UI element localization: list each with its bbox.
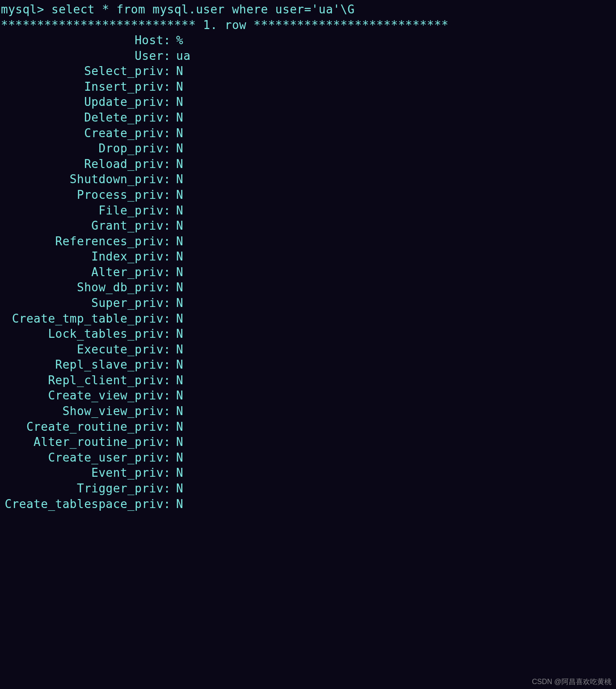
- field-value: N: [171, 126, 183, 141]
- field-row: Create_tablespace_priv:N: [1, 496, 615, 512]
- field-name: Insert_priv:: [1, 79, 171, 95]
- field-value: N: [171, 388, 183, 403]
- field-row: Repl_slave_priv:N: [1, 357, 615, 373]
- field-row: Shutdown_priv:N: [1, 172, 615, 187]
- field-row: Show_view_priv:N: [1, 403, 615, 419]
- field-value: N: [171, 79, 183, 95]
- field-name: Create_priv:: [1, 126, 171, 141]
- field-name: Create_user_priv:: [1, 450, 171, 466]
- field-value: N: [171, 311, 183, 327]
- watermark: CSDN @阿昌喜欢吃黄桃: [532, 677, 612, 686]
- field-name: Super_priv:: [1, 295, 171, 311]
- field-name: Show_view_priv:: [1, 403, 171, 419]
- field-value: N: [171, 265, 183, 280]
- field-value: N: [171, 203, 183, 218]
- field-name: Create_tmp_table_priv:: [1, 311, 171, 327]
- field-name: Event_priv:: [1, 465, 171, 481]
- mysql-prompt: mysql>: [1, 3, 51, 16]
- field-row: Delete_priv:N: [1, 110, 615, 126]
- field-name: Select_priv:: [1, 63, 171, 79]
- field-name: Lock_tables_priv:: [1, 326, 171, 342]
- field-row: Create_user_priv:N: [1, 450, 615, 466]
- field-row: Super_priv:N: [1, 295, 615, 311]
- field-name: Host:: [1, 33, 171, 48]
- field-row: Insert_priv:N: [1, 79, 615, 95]
- field-name: Show_db_priv:: [1, 280, 171, 295]
- field-row: Alter_priv:N: [1, 265, 615, 280]
- field-value: N: [171, 94, 183, 110]
- field-value: N: [171, 403, 183, 419]
- field-row: References_priv:N: [1, 234, 615, 249]
- field-name: Trigger_priv:: [1, 481, 171, 496]
- terminal-command-line: mysql> select * from mysql.user where us…: [1, 2, 615, 17]
- field-row: Create_view_priv:N: [1, 388, 615, 403]
- field-name: File_priv:: [1, 203, 171, 218]
- field-value: N: [171, 419, 183, 435]
- field-value: N: [171, 465, 183, 481]
- field-row: Process_priv:N: [1, 187, 615, 203]
- fields-list: Host:%User:uaSelect_priv:NInsert_priv:NU…: [1, 33, 615, 512]
- field-value: N: [171, 218, 183, 234]
- field-name: Repl_slave_priv:: [1, 357, 171, 373]
- field-name: Grant_priv:: [1, 218, 171, 234]
- field-name: Drop_priv:: [1, 141, 171, 156]
- field-row: Drop_priv:N: [1, 141, 615, 156]
- field-row: Show_db_priv:N: [1, 280, 615, 295]
- field-value: %: [171, 33, 183, 48]
- field-name: Index_priv:: [1, 249, 171, 265]
- field-value: N: [171, 187, 183, 203]
- field-value: N: [171, 110, 183, 126]
- field-row: Lock_tables_priv:N: [1, 326, 615, 342]
- field-name: Execute_priv:: [1, 342, 171, 357]
- field-value: N: [171, 234, 183, 249]
- field-name: Create_tablespace_priv:: [1, 496, 171, 512]
- sql-command: select * from mysql.user where user='ua'…: [51, 3, 354, 16]
- field-value: N: [171, 295, 183, 311]
- field-value: N: [171, 496, 183, 512]
- field-row: Repl_client_priv:N: [1, 373, 615, 388]
- field-value: N: [171, 63, 183, 79]
- field-row: Create_routine_priv:N: [1, 419, 615, 435]
- field-value: N: [171, 156, 183, 172]
- field-row: Select_priv:N: [1, 63, 615, 79]
- field-name: Reload_priv:: [1, 156, 171, 172]
- field-name: Repl_client_priv:: [1, 373, 171, 388]
- field-value: ua: [171, 48, 190, 64]
- field-row: Host:%: [1, 33, 615, 48]
- field-name: Create_view_priv:: [1, 388, 171, 403]
- field-value: N: [171, 450, 183, 466]
- field-name: References_priv:: [1, 234, 171, 249]
- field-row: Index_priv:N: [1, 249, 615, 265]
- field-row: Execute_priv:N: [1, 342, 615, 357]
- field-row: Create_priv:N: [1, 126, 615, 141]
- field-name: Alter_priv:: [1, 265, 171, 280]
- field-value: N: [171, 249, 183, 265]
- field-value: N: [171, 141, 183, 156]
- field-value: N: [171, 357, 183, 373]
- field-row: Event_priv:N: [1, 465, 615, 481]
- field-value: N: [171, 373, 183, 388]
- field-value: N: [171, 434, 183, 450]
- field-value: N: [171, 342, 183, 357]
- field-name: Create_routine_priv:: [1, 419, 171, 435]
- field-value: N: [171, 326, 183, 342]
- field-row: Alter_routine_priv:N: [1, 434, 615, 450]
- field-name: Update_priv:: [1, 94, 171, 110]
- field-row: File_priv:N: [1, 203, 615, 218]
- field-name: User:: [1, 48, 171, 64]
- field-name: Shutdown_priv:: [1, 172, 171, 187]
- field-name: Process_priv:: [1, 187, 171, 203]
- field-row: Update_priv:N: [1, 94, 615, 110]
- field-value: N: [171, 172, 183, 187]
- field-value: N: [171, 280, 183, 295]
- row-separator: *************************** 1. row *****…: [1, 17, 615, 33]
- field-row: User:ua: [1, 48, 615, 64]
- field-value: N: [171, 481, 183, 496]
- field-row: Reload_priv:N: [1, 156, 615, 172]
- field-name: Alter_routine_priv:: [1, 434, 171, 450]
- field-row: Grant_priv:N: [1, 218, 615, 234]
- field-row: Create_tmp_table_priv:N: [1, 311, 615, 327]
- field-row: Trigger_priv:N: [1, 481, 615, 496]
- field-name: Delete_priv:: [1, 110, 171, 126]
